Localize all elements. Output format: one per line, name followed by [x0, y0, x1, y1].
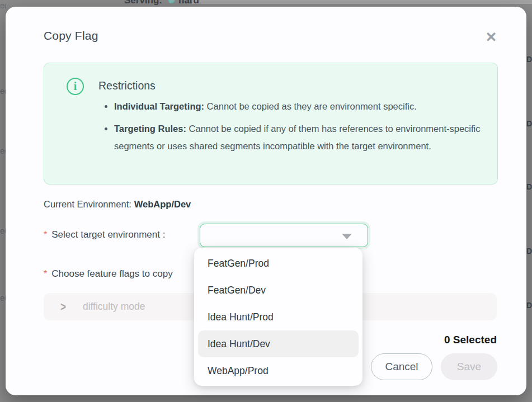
cancel-button[interactable]: Cancel [371, 353, 432, 380]
background-serving-text: Serving: hard [124, 0, 199, 6]
chevron-down-icon [342, 234, 352, 239]
dropdown-option[interactable]: FeatGen/Prod [194, 250, 362, 277]
dropdown-option[interactable]: WebApp/Prod [194, 357, 362, 384]
serving-status-dot-icon [168, 0, 175, 3]
environment-dropdown-menu: FeatGen/Prod FeatGen/Dev Idea Hunt/Prod … [194, 248, 362, 386]
restriction-desc: Cannot be copied as they are environment… [204, 101, 417, 111]
dialog-title: Copy Flag [44, 29, 98, 42]
feature-flag-name: difficulty mode [83, 301, 145, 313]
target-environment-select[interactable] [200, 224, 368, 247]
restriction-item: Targeting Rules: Cannot be copied if any… [105, 120, 489, 155]
restriction-text: Targeting Rules: Cannot be copied if any… [114, 120, 489, 155]
background-text-fragment: De [526, 301, 532, 310]
serving-label: Serving: [124, 0, 162, 6]
close-icon[interactable]: ✕ [482, 28, 500, 46]
selected-count: 0 Selected [444, 334, 497, 346]
background-text-fragment: De [526, 247, 532, 256]
bullet-dot [105, 105, 107, 108]
bullet-dot [105, 127, 107, 130]
background-text-fragment: De [526, 119, 532, 128]
choose-flags-label-row: *Choose feature flags to copy [44, 268, 173, 280]
dropdown-option[interactable]: FeatGen/Dev [194, 277, 362, 304]
required-asterisk: * [44, 269, 47, 278]
choose-flags-label: Choose feature flags to copy [51, 268, 172, 279]
restriction-text: Individual Targeting: Cannot be copied a… [114, 98, 417, 115]
required-asterisk: * [44, 230, 47, 239]
background-text-fragment: De [526, 55, 532, 64]
info-icon: i [67, 78, 84, 95]
restriction-term: Individual Targeting: [114, 101, 204, 111]
restrictions-panel: i Restrictions Individual Targeting: Can… [44, 63, 498, 185]
copy-flag-dialog: Copy Flag ✕ i Restrictions Individual Ta… [6, 7, 526, 395]
restrictions-list: Individual Targeting: Cannot be copied a… [105, 98, 489, 160]
current-environment-value: WebApp/Dev [134, 199, 191, 209]
background-text-fragment: De [526, 182, 532, 191]
save-button[interactable]: Save [441, 353, 497, 380]
current-environment-row: Current Environment:WebApp/Dev [44, 199, 191, 210]
current-environment-label: Current Environment: [44, 199, 131, 209]
serving-value: hard [178, 0, 199, 6]
chevron-right-icon: > [60, 300, 66, 314]
restriction-term: Targeting Rules: [114, 124, 186, 134]
target-environment-label: Select target environment : [51, 229, 165, 240]
dropdown-option[interactable]: Idea Hunt/Prod [194, 304, 362, 330]
dropdown-option-highlighted[interactable]: Idea Hunt/Dev [198, 330, 359, 357]
restrictions-title: Restrictions [98, 79, 156, 92]
background-text-fragment: ec [0, 1, 6, 10]
background-header-band [192, 0, 532, 4]
target-environment-label-row: *Select target environment : [44, 229, 165, 240]
restriction-item: Individual Targeting: Cannot be copied a… [105, 98, 489, 115]
